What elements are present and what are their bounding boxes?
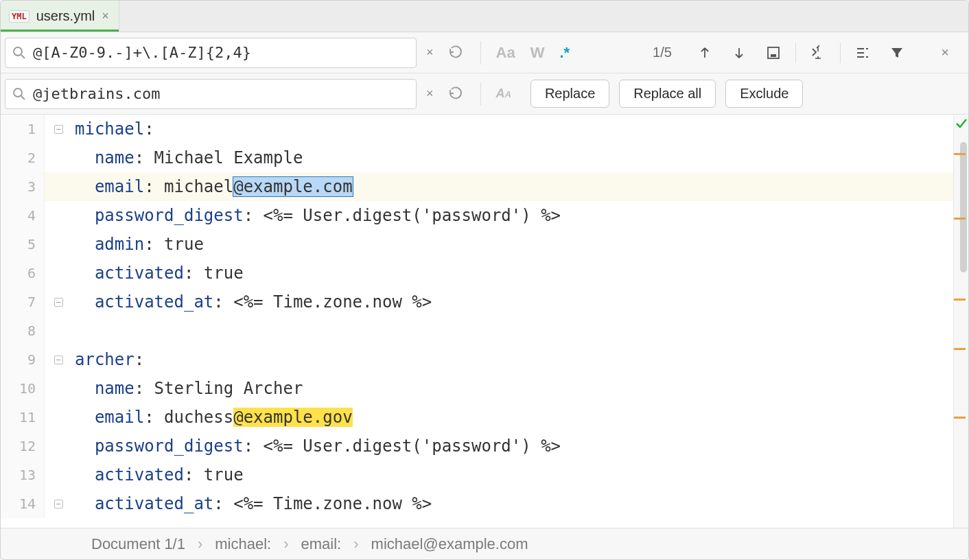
code-content: activated: true	[72, 259, 953, 288]
marker[interactable]	[954, 153, 966, 155]
chevron-right-icon: ›	[283, 535, 288, 553]
marker[interactable]	[954, 299, 966, 301]
code-line[interactable]: 11 email: duchess@example.gov	[1, 403, 953, 432]
fold-toggle[interactable]	[45, 298, 72, 307]
separator	[480, 82, 481, 106]
more-options-icon[interactable]	[850, 40, 875, 65]
regex-toggle[interactable]: .*	[554, 44, 575, 62]
separator	[795, 43, 796, 63]
gutter-linenum: 8	[1, 316, 45, 345]
match-counter: 1/5	[642, 45, 683, 60]
chevron-right-icon: ›	[353, 535, 358, 553]
gutter-linenum: 5	[1, 230, 45, 259]
fold-toggle[interactable]	[45, 355, 72, 364]
replace-button[interactable]: Replace	[530, 80, 609, 108]
filter-icon[interactable]	[885, 40, 909, 65]
code-content: activated_at: <%= Time.zone.now %>	[72, 288, 953, 316]
search-nav-group: 1/5 ×	[642, 40, 961, 65]
prev-match-icon[interactable]	[692, 40, 717, 65]
code-line[interactable]: 14 activated_at: <%= Time.zone.now %>	[1, 489, 953, 518]
svg-point-0	[14, 47, 22, 56]
clear-search-icon[interactable]: ×	[421, 45, 439, 60]
code-line[interactable]: 9archer:	[1, 345, 953, 374]
replace-all-button[interactable]: Replace all	[619, 80, 716, 108]
replace-history-icon[interactable]	[443, 86, 471, 102]
close-search-icon[interactable]: ×	[933, 40, 957, 65]
gutter-linenum: 10	[1, 374, 45, 403]
replace-icon	[12, 87, 26, 101]
code-content: michael:	[72, 115, 953, 143]
code-line[interactable]: 5 admin: true	[1, 230, 953, 259]
file-tab[interactable]: YML users.yml ×	[1, 1, 119, 32]
close-tab-icon[interactable]: ×	[102, 9, 109, 23]
code-content: password_digest: <%= User.digest('passwo…	[72, 201, 953, 230]
whole-word-toggle[interactable]: W	[525, 44, 550, 62]
code-content: archer:	[72, 345, 953, 374]
gutter-linenum: 13	[1, 460, 45, 489]
code-content: name: Sterling Archer	[72, 374, 953, 403]
gutter-linenum: 6	[1, 259, 45, 288]
code-content: password_digest: <%= User.digest('passwo…	[72, 432, 953, 460]
code-content: email: duchess@example.gov	[72, 403, 953, 432]
preserve-case-toggle[interactable]: AA	[491, 86, 517, 101]
tab-bar: YML users.yml ×	[1, 1, 968, 32]
gutter-linenum: 1	[1, 115, 45, 143]
scrollbar-thumb[interactable]	[960, 142, 967, 272]
gutter-linenum: 9	[1, 345, 45, 374]
next-match-icon[interactable]	[727, 40, 751, 65]
tab-filename: users.yml	[36, 8, 95, 24]
fold-toggle[interactable]	[45, 500, 72, 509]
code-line[interactable]: 3 email: michael@example.com	[1, 172, 953, 201]
code-content: email: michael@example.com	[72, 172, 953, 201]
fold-toggle[interactable]	[45, 125, 72, 134]
code-content: activated: true	[72, 460, 953, 489]
gutter-linenum: 3	[1, 172, 45, 201]
gutter-linenum: 2	[1, 143, 45, 172]
crumb-key[interactable]: email:	[301, 535, 342, 553]
code-line[interactable]: 6 activated: true	[1, 259, 953, 288]
replace-toolbar: × AA Replace Replace all Exclude	[1, 73, 968, 115]
code-editor[interactable]: 1michael:2 name: Michael Example3 email:…	[1, 115, 953, 528]
select-all-occurrences-icon[interactable]	[761, 40, 786, 65]
crumb-value[interactable]: michael@example.com	[371, 535, 528, 553]
code-line[interactable]: 10 name: Sterling Archer	[1, 374, 953, 403]
search-input[interactable]	[33, 44, 409, 61]
marker[interactable]	[954, 218, 966, 220]
svg-rect-3	[771, 54, 776, 57]
breadcrumbs: Document 1/1 › michael: › email: › micha…	[1, 528, 968, 559]
marker[interactable]	[954, 417, 966, 419]
ide-panel: YML users.yml × × Aa W .* 1/5	[0, 0, 969, 560]
code-line[interactable]: 8	[1, 316, 953, 345]
search-history-icon[interactable]	[443, 45, 471, 61]
filetype-badge: YML	[9, 10, 30, 23]
marker-strip[interactable]	[953, 115, 968, 528]
match-case-toggle[interactable]: Aa	[491, 44, 521, 62]
svg-point-10	[14, 89, 22, 97]
code-content: admin: true	[72, 230, 953, 259]
code-line[interactable]: 4 password_digest: <%= User.digest('pass…	[1, 201, 953, 230]
crumb-doc[interactable]: Document 1/1	[91, 535, 185, 553]
editor-area: 1michael:2 name: Michael Example3 email:…	[1, 115, 968, 528]
crumb-section[interactable]: michael:	[215, 535, 271, 553]
gutter-linenum: 14	[1, 489, 45, 518]
inspection-ok-icon	[955, 117, 968, 130]
separator	[840, 43, 841, 63]
exclude-button[interactable]: Exclude	[725, 80, 803, 108]
search-toolbar: × Aa W .* 1/5 ×	[1, 32, 968, 73]
code-content: name: Michael Example	[72, 143, 953, 172]
code-content: activated_at: <%= Time.zone.now %>	[72, 489, 953, 518]
replace-buttons: Replace Replace all Exclude	[521, 80, 804, 108]
search-icon	[12, 46, 26, 60]
marker[interactable]	[954, 348, 966, 350]
svg-line-1	[21, 55, 25, 58]
code-line[interactable]: 7 activated_at: <%= Time.zone.now %>	[1, 288, 953, 316]
clear-replace-icon[interactable]: ×	[421, 86, 439, 101]
code-line[interactable]: 1michael:	[1, 115, 953, 143]
replace-input[interactable]	[33, 85, 409, 102]
code-line[interactable]: 13 activated: true	[1, 460, 953, 489]
add-selection-icon[interactable]	[806, 40, 830, 65]
separator	[480, 41, 481, 65]
code-line[interactable]: 12 password_digest: <%= User.digest('pas…	[1, 432, 953, 460]
code-line[interactable]: 2 name: Michael Example	[1, 143, 953, 172]
gutter-linenum: 4	[1, 201, 45, 230]
